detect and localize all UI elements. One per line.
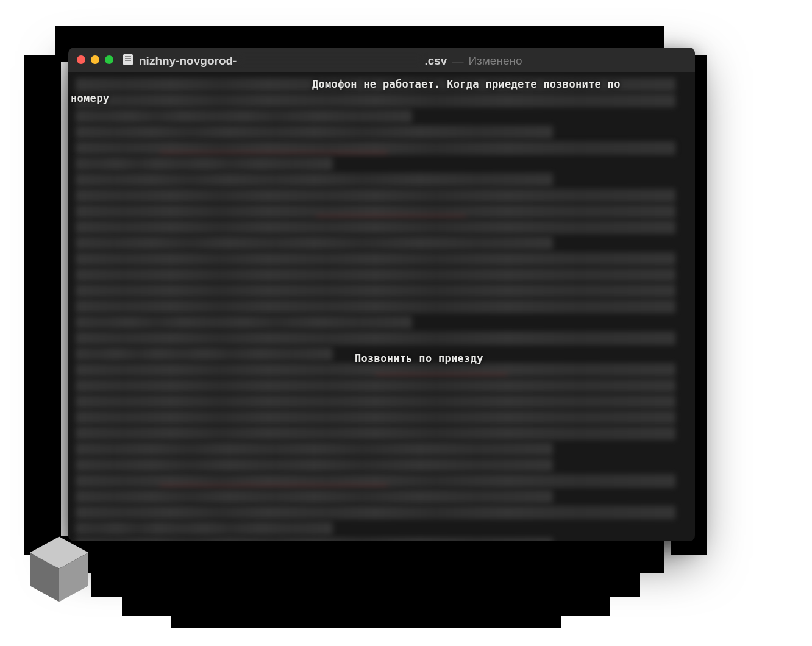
redacted-row (76, 395, 675, 408)
redacted-row (76, 458, 553, 472)
window-title: nizhny-novgorod- .csv — Изменено (139, 52, 522, 68)
zoom-icon[interactable] (105, 55, 113, 64)
visible-note-1a: Домофон не работает. Когда приедете позв… (312, 78, 621, 90)
redacted-row (76, 300, 675, 313)
redacted-row (76, 157, 333, 171)
traffic-lights (77, 55, 113, 64)
redacted-row (76, 236, 553, 250)
redacted-row (76, 284, 675, 297)
redacted-row (76, 506, 675, 519)
redacted-row (76, 442, 553, 456)
editor-window: nizhny-novgorod- .csv — Изменено Домофон… (68, 48, 695, 541)
redacted-row (76, 110, 412, 123)
redacted-row (76, 522, 333, 535)
redacted-row (76, 252, 675, 266)
file-icon (123, 54, 133, 65)
close-icon[interactable] (77, 55, 85, 64)
redacted-row (76, 205, 675, 218)
redacted-row (76, 173, 553, 186)
title-redacted (239, 52, 422, 65)
redacted-row (76, 490, 553, 503)
title-filename-ext: .csv (424, 54, 447, 68)
redacted-row (76, 474, 675, 488)
redacted-row (76, 427, 675, 440)
redacted-row (76, 94, 675, 107)
visible-note-2: Позвонить по приезду (355, 352, 483, 364)
title-status: Изменено (468, 54, 522, 68)
redacted-row (76, 347, 333, 361)
cube-logo-icon (26, 533, 93, 606)
redacted-row (76, 379, 675, 392)
redacted-row (76, 126, 553, 139)
titlebar: nizhny-novgorod- .csv — Изменено (68, 48, 695, 72)
redacted-row (76, 189, 675, 202)
redacted-row (76, 316, 412, 329)
title-filename-prefix: nizhny-novgorod- (139, 54, 237, 68)
title-separator: — (452, 54, 463, 68)
redacted-row (76, 141, 675, 155)
redacted-row (76, 538, 553, 541)
visible-note-1b: номеру (71, 92, 109, 104)
backdrop (171, 609, 561, 628)
redacted-row (76, 221, 675, 234)
redacted-row (76, 332, 675, 345)
minimize-icon[interactable] (91, 55, 99, 64)
redacted-row (76, 363, 675, 377)
backdrop (24, 55, 61, 555)
editor-content[interactable]: Домофон не работает. Когда приедете позв… (68, 72, 695, 541)
redacted-row (76, 411, 675, 424)
redacted-row (76, 268, 675, 282)
